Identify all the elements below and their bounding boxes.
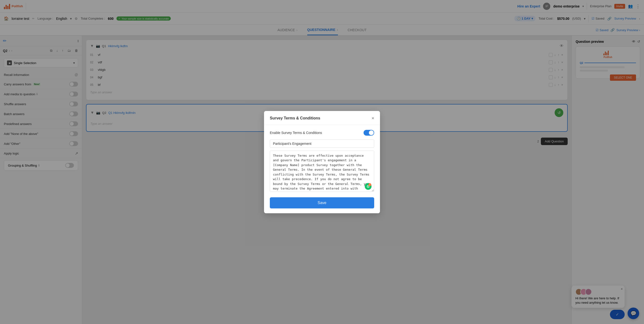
enable-terms-toggle[interactable] <box>364 130 374 136</box>
terms-title-input[interactable] <box>270 140 374 148</box>
modal-overlay[interactable]: Survey Terms & Conditions × Enable Surve… <box>0 0 644 324</box>
modal-close-button[interactable]: × <box>372 116 374 121</box>
modal-footer: Save <box>264 197 380 213</box>
modal-title: Survey Terms & Conditions <box>270 116 320 120</box>
terms-body-wrapper: These Survey Terms are effective upon ac… <box>270 151 374 192</box>
terms-body-textarea[interactable]: These Survey Terms are effective upon ac… <box>270 151 374 192</box>
modal-header: Survey Terms & Conditions × <box>264 111 380 125</box>
grammarly-icon: G 2 <box>364 183 372 190</box>
survey-terms-modal: Survey Terms & Conditions × Enable Surve… <box>264 111 380 213</box>
modal-body: Enable Survey Terms & Conditions These S… <box>264 125 380 197</box>
enable-terms-label: Enable Survey Terms & Conditions <box>270 131 322 135</box>
save-button[interactable]: Save <box>270 197 374 208</box>
enable-terms-row: Enable Survey Terms & Conditions <box>270 130 374 136</box>
svg-text:2: 2 <box>369 184 370 186</box>
